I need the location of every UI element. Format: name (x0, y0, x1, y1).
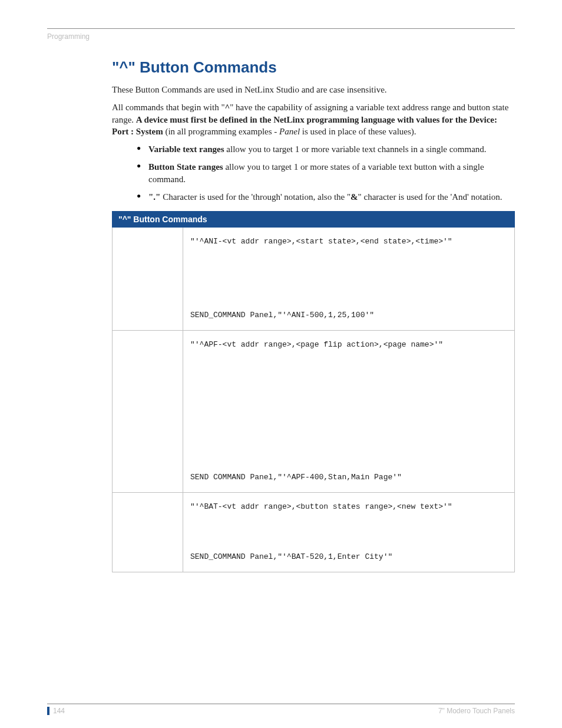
page-title: "^" Button Commands (112, 58, 515, 77)
intro2-post1: (in all programming examples - (163, 127, 279, 136)
bullet-bold: Button State ranges (148, 162, 223, 172)
table-header: "^" Button Commands (113, 212, 515, 228)
intro2-post2: is used in place of these values). (300, 127, 416, 136)
bullet-text: Character is used for the 'through' nota… (160, 192, 351, 202)
syntax-code: "'^ANI-<vt addr range>,<start state>,<en… (190, 237, 507, 246)
bullet-item: "." Character is used for the 'through' … (137, 191, 515, 203)
table-cell-left (113, 331, 183, 493)
example-code: SEND_COMMAND Panel,"'^BAT-520,1,Enter Ci… (190, 552, 507, 561)
bullet-amp: & (351, 192, 358, 202)
intro-paragraph-1: These Button Commands are used in NetLin… (112, 84, 515, 95)
table-row: "'^ANI-<vt addr range>,<start state>,<en… (113, 228, 515, 331)
table-cell-right: "'^BAT-<vt addr range>,<button states ra… (183, 493, 515, 572)
intro2-caret: ^ (225, 103, 230, 112)
commands-table: "^" Button Commands "'^ANI-<vt addr rang… (112, 211, 515, 572)
intro2-panel: Panel (279, 127, 300, 136)
table-cell-right: "'^APF-<vt addr range>,<page flip action… (183, 331, 515, 493)
table-row: "'^APF-<vt addr range>,<page flip action… (113, 331, 515, 493)
document-name: 7" Modero Touch Panels (438, 707, 515, 715)
header-section-label: Programming (47, 32, 515, 41)
intro-paragraph-2: All commands that begin with "^" have th… (112, 101, 515, 137)
bullet-item: Button State ranges allow you to target … (137, 161, 515, 185)
table-cell-right: "'^ANI-<vt addr range>,<start state>,<en… (183, 228, 515, 331)
bullet-bold: "." (148, 192, 160, 202)
example-code: SEND_COMMAND Panel,"'^ANI-500,1,25,100'" (190, 311, 507, 319)
example-code: SEND COMMAND Panel,"'^APF-400,Stan,Main … (190, 473, 507, 482)
table-cell-left (113, 493, 183, 572)
table-row: "'^BAT-<vt addr range>,<button states ra… (113, 493, 515, 572)
main-content: "^" Button Commands These Button Command… (112, 58, 515, 572)
bullet-item: Variable text ranges allow you to target… (137, 143, 515, 155)
bullet-text: allow you to target 1 or more variable t… (224, 144, 487, 154)
page-number: 144 (47, 707, 65, 715)
table-cell-left (113, 228, 183, 331)
syntax-code: "'^APF-<vt addr range>,<page flip action… (190, 340, 507, 349)
page-footer: 144 7" Modero Touch Panels (47, 703, 515, 715)
intro2-pre: All commands that begin with " (112, 103, 225, 112)
bullet-text2: " character is used for the 'And' notati… (358, 192, 503, 202)
syntax-code: "'^BAT-<vt addr range>,<button states ra… (190, 502, 507, 511)
bullet-list: Variable text ranges allow you to target… (137, 143, 515, 203)
bullet-bold: Variable text ranges (148, 144, 224, 154)
